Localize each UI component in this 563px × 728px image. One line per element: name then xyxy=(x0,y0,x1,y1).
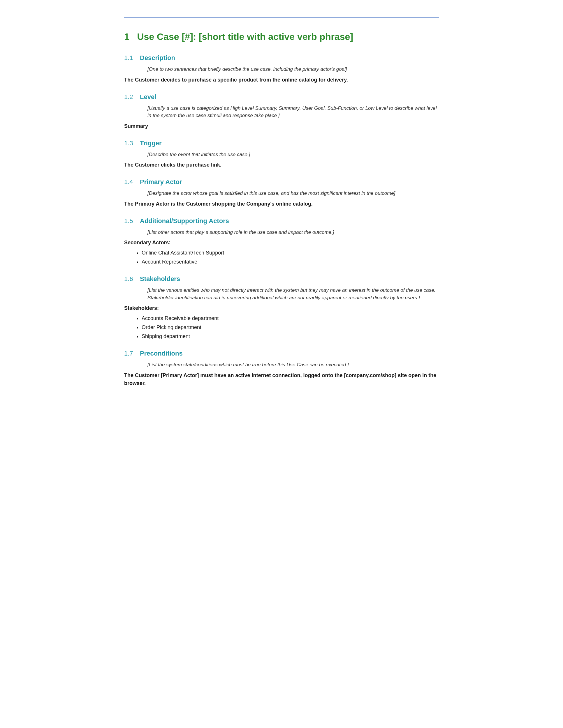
section-1-2: 1.2 Level [Usually a use case is categor… xyxy=(124,92,439,130)
body-text-1-3: The Customer clicks the purchase link. xyxy=(124,161,439,169)
section-label-1-1: Description xyxy=(140,53,175,63)
section-label-1-3: Trigger xyxy=(140,138,162,148)
section-1-6: 1.6 Stakeholders [List the various entit… xyxy=(124,274,439,340)
section-1-1: 1.1 Description [One to two sentences th… xyxy=(124,53,439,84)
section-heading-1-1: 1.1 Description xyxy=(124,53,439,63)
section-num-1-1: 1.1 xyxy=(124,53,135,63)
section-heading-1-5: 1.5 Additional/Supporting Actors xyxy=(124,216,439,226)
instruction-1-1: [One to two sentences that briefly descr… xyxy=(147,66,439,73)
list-item-1-6-1: Order Picking department xyxy=(142,324,439,331)
instruction-1-4: [Designate the actor whose goal is satis… xyxy=(147,190,439,197)
section-1-7: 1.7 Preconditions [List the system state… xyxy=(124,349,439,387)
body-text-1-4: The Primary Actor is the Customer shoppi… xyxy=(124,200,439,208)
body-text-1-2: Summary xyxy=(124,122,439,130)
list-item-1-5-1: Account Representative xyxy=(142,258,439,266)
list-item-1-6-0: Accounts Receivable department xyxy=(142,314,439,322)
section-heading-1-7: 1.7 Preconditions xyxy=(124,349,439,358)
body-text-1-5: Secondary Actors: xyxy=(124,239,439,247)
section-heading-1-4: 1.4 Primary Actor xyxy=(124,177,439,187)
instruction-1-6: [List the various entities who may not d… xyxy=(147,287,439,301)
section-label-1-5: Additional/Supporting Actors xyxy=(140,216,229,226)
section-label-1-4: Primary Actor xyxy=(140,177,182,187)
list-item-1-5-0: Online Chat Assistant/Tech Support xyxy=(142,249,439,257)
page-container: 1 Use Case [#]: [short title with active… xyxy=(89,0,474,419)
section-1-5: 1.5 Additional/Supporting Actors [List o… xyxy=(124,216,439,266)
main-title-text: Use Case [#]: [short title with active v… xyxy=(137,31,353,42)
section-num-1-2: 1.2 xyxy=(124,92,135,102)
list-1-6: Accounts Receivable department Order Pic… xyxy=(142,314,439,340)
section-label-1-6: Stakeholders xyxy=(140,274,180,284)
section-num-1-4: 1.4 xyxy=(124,177,135,187)
instruction-1-2: [Usually a use case is categorized as Hi… xyxy=(147,105,439,119)
section-num-1-7: 1.7 xyxy=(124,349,135,358)
instruction-1-7: [List the system state/conditions which … xyxy=(147,361,439,369)
top-border-line xyxy=(124,17,439,18)
body-text-1-7: The Customer [Primary Actor] must have a… xyxy=(124,372,439,387)
section-label-1-7: Preconditions xyxy=(140,349,183,358)
section-heading-1-3: 1.3 Trigger xyxy=(124,138,439,148)
section-heading-1-6: 1.6 Stakeholders xyxy=(124,274,439,284)
section-num-1-6: 1.6 xyxy=(124,274,135,284)
section-1-4: 1.4 Primary Actor [Designate the actor w… xyxy=(124,177,439,208)
main-title-number: 1 xyxy=(124,31,129,42)
instruction-1-5: [List other actors that play a supportin… xyxy=(147,229,439,236)
body-text-1-1: The Customer decides to purchase a speci… xyxy=(124,76,439,84)
section-num-1-5: 1.5 xyxy=(124,216,135,226)
list-1-5: Online Chat Assistant/Tech Support Accou… xyxy=(142,249,439,266)
section-num-1-3: 1.3 xyxy=(124,138,135,148)
section-label-1-2: Level xyxy=(140,92,156,102)
main-title: 1 Use Case [#]: [short title with active… xyxy=(124,30,439,44)
body-text-1-6: Stakeholders: xyxy=(124,304,439,312)
section-heading-1-2: 1.2 Level xyxy=(124,92,439,102)
instruction-1-3: [Describe the event that initiates the u… xyxy=(147,151,439,158)
section-1-3: 1.3 Trigger [Describe the event that ini… xyxy=(124,138,439,169)
list-item-1-6-2: Shipping department xyxy=(142,333,439,340)
